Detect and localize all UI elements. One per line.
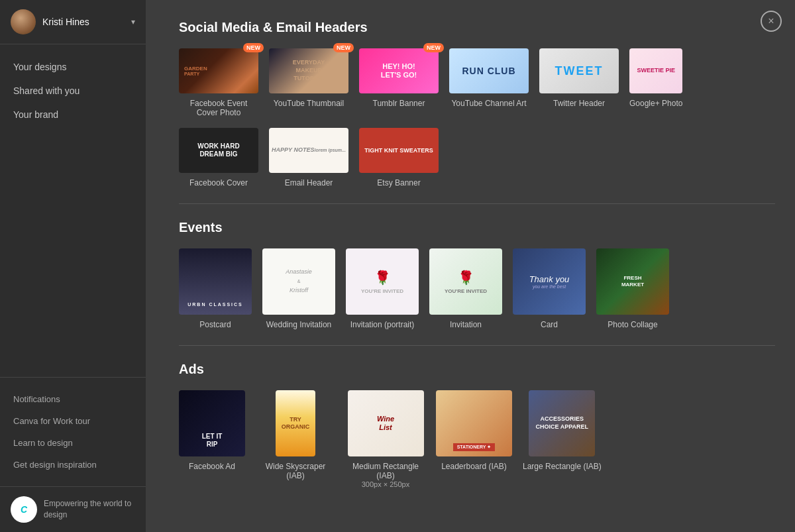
template-label: Leaderboard (IAB) (441, 462, 507, 471)
template-label: Postcard (199, 320, 231, 329)
template-thumb: EVERYDAYMAKEUPTUTORIAL NEW (269, 48, 348, 93)
profile-menu[interactable]: Kristi Hines ▾ (0, 0, 146, 44)
template-thumb: URBN CLASSICS (179, 248, 252, 315)
template-leaderboard[interactable]: STATIONERY ✦ Leaderboard (IAB) (436, 390, 512, 488)
template-label: Medium Rectangle (IAB) (346, 462, 425, 480)
template-invitation[interactable]: 🌹 YOU'RE INVITED Invitation (429, 248, 502, 329)
template-thumb: 🌹 YOU'RE INVITED (429, 248, 502, 315)
sidebar-item-learn-to-design[interactable]: Learn to design (0, 432, 146, 454)
template-thumb: STATIONERY ✦ (436, 390, 512, 456)
template-medium-rectangle[interactable]: WineList Medium Rectangle (IAB) 300px × … (346, 390, 425, 488)
template-thumb: FRESHMARKET (596, 248, 669, 315)
template-thumb: TWEET (539, 48, 619, 93)
sidebar-item-notifications[interactable]: Notifications (0, 388, 146, 410)
template-youtube-channel-art[interactable]: RUN CLUB YouTube Channel Art (449, 48, 529, 117)
events-grid: URBN CLASSICS Postcard Anastasie & Krist… (179, 248, 775, 329)
template-facebook-ad[interactable]: LET ITRIP Facebook Ad (179, 390, 245, 488)
template-google-plus[interactable]: SWEETIE PIE Google+ Photo (629, 48, 682, 117)
template-label: YouTube Channel Art (451, 99, 526, 108)
social-media-grid-row2: WORK HARDDREAM BIG Facebook Cover HAPPY … (179, 128, 775, 187)
badge-new: NEW (243, 43, 264, 52)
template-label: Tumblr Banner (373, 99, 425, 108)
template-thumb: Anastasie & Kristoff (262, 248, 335, 315)
template-sublabel: 300px × 250px (362, 480, 409, 488)
template-label: Facebook Cover (189, 178, 248, 187)
ads-grid: LET ITRIP Facebook Ad TRYORGANIC Wide Sk… (179, 390, 775, 488)
template-thumb: ACCESSORIESCHOICE APPAREL (529, 390, 595, 456)
canva-logo: C (11, 496, 37, 523)
template-thumb: Thank you you are the best (513, 248, 586, 315)
template-thumb: 🌹 YOU'RE INVITED (346, 248, 419, 315)
template-facebook-event[interactable]: GARDEN PARTY NEW Facebook Event Cover Ph… (179, 48, 258, 117)
template-facebook-cover[interactable]: WORK HARDDREAM BIG Facebook Cover (179, 128, 258, 187)
template-thumb: WineList (348, 390, 424, 456)
template-wide-skyscraper[interactable]: TRYORGANIC Wide Skyscraper (IAB) (256, 390, 335, 488)
template-label: YouTube Thumbnail (274, 99, 344, 108)
template-label: Card (541, 320, 558, 329)
sidebar-footer: C Empowering the world to design (0, 486, 146, 532)
badge-new: NEW (423, 43, 444, 52)
template-large-rectangle[interactable]: ACCESSORIESCHOICE APPAREL Large Rectangl… (523, 390, 602, 488)
avatar (11, 9, 36, 34)
template-youtube-thumbnail[interactable]: EVERYDAYMAKEUPTUTORIAL NEW YouTube Thumb… (269, 48, 348, 117)
sidebar-item-get-design-inspiration[interactable]: Get design inspiration (0, 454, 146, 476)
section-title-events: Events (179, 220, 775, 235)
template-thumb: GARDEN PARTY NEW (179, 48, 258, 93)
template-label: Twitter Header (553, 99, 605, 108)
template-thumb: SWEETIE PIE (629, 48, 682, 93)
profile-name: Kristi Hines (42, 17, 131, 27)
template-invitation-portrait[interactable]: 🌹 YOU'RE INVITED Invitation (portrait) (346, 248, 419, 329)
sidebar-item-your-brand[interactable]: Your brand (0, 103, 146, 127)
template-thumb: WORK HARDDREAM BIG (179, 128, 258, 173)
template-postcard[interactable]: URBN CLASSICS Postcard (179, 248, 252, 329)
sidebar-item-canva-work-tour[interactable]: Canva for Work tour (0, 410, 146, 432)
social-media-grid: GARDEN PARTY NEW Facebook Event Cover Ph… (179, 48, 775, 117)
section-title-ads: Ads (179, 362, 775, 377)
template-label: Invitation (portrait) (350, 320, 415, 329)
sidebar-item-shared-with-you[interactable]: Shared with you (0, 79, 146, 103)
sidebar: Kristi Hines ▾ Your designs Shared with … (0, 0, 146, 532)
template-twitter-header[interactable]: TWEET Twitter Header (539, 48, 619, 117)
sidebar-item-your-designs[interactable]: Your designs (0, 55, 146, 79)
template-thumb: TIGHT KNIT SWEATERS (359, 128, 439, 173)
main-content: × Social Media & Email Headers GARDEN PA… (146, 0, 795, 532)
template-label: Wedding Invitation (266, 320, 332, 329)
sidebar-bottom: Notifications Canva for Work tour Learn … (0, 377, 146, 486)
template-label: Photo Collage (608, 320, 657, 329)
template-label: Email Header (285, 178, 333, 187)
template-thumb: LET ITRIP (179, 390, 245, 456)
template-etsy-banner[interactable]: TIGHT KNIT SWEATERS Etsy Banner (359, 128, 439, 187)
template-thumb: TRYORGANIC (276, 390, 315, 456)
footer-tagline: Empowering the world to design (44, 498, 135, 521)
template-wedding-invitation[interactable]: Anastasie & Kristoff Wedding Invitation (262, 248, 335, 329)
template-label: Large Rectangle (IAB) (523, 462, 602, 471)
template-photo-collage[interactable]: FRESHMARKET Photo Collage (596, 248, 669, 329)
template-thumb: HAPPY NOTESlorem ipsum... (269, 128, 348, 173)
chevron-down-icon: ▾ (131, 17, 135, 27)
template-label: Wide Skyscraper (IAB) (256, 462, 335, 480)
template-thumb: HEY! HO!LET'S GO! NEW (359, 48, 439, 93)
template-label: Invitation (450, 320, 482, 329)
template-label: Facebook Ad (189, 462, 235, 471)
template-card[interactable]: Thank you you are the best Card (513, 248, 586, 329)
sidebar-nav: Your designs Shared with you Your brand (0, 44, 146, 377)
template-thumb: RUN CLUB (449, 48, 529, 93)
template-tumblr-banner[interactable]: HEY! HO!LET'S GO! NEW Tumblr Banner (359, 48, 439, 117)
template-label: Google+ Photo (629, 99, 682, 108)
badge-new: NEW (333, 43, 354, 52)
template-label: Facebook Event Cover Photo (179, 99, 258, 117)
section-title-social: Social Media & Email Headers (179, 20, 775, 35)
template-email-header[interactable]: HAPPY NOTESlorem ipsum... Email Header (269, 128, 348, 187)
template-label: Etsy Banner (377, 178, 420, 187)
close-button[interactable]: × (761, 11, 782, 32)
